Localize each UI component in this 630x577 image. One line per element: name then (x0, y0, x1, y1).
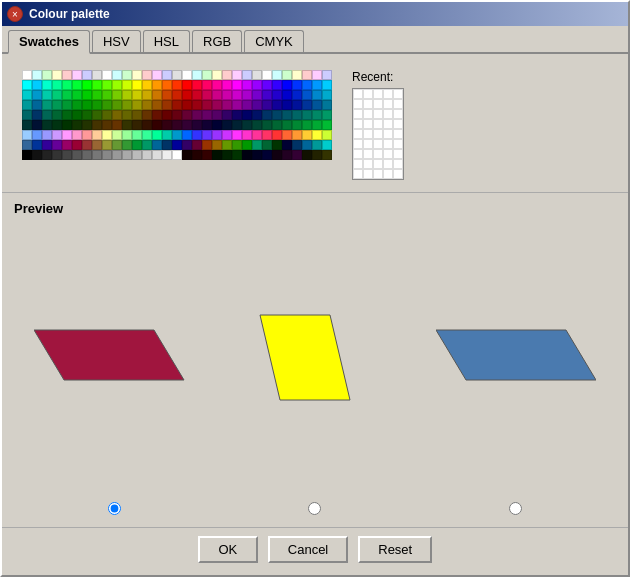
color-swatch[interactable] (242, 140, 252, 150)
recent-cell[interactable] (363, 139, 373, 149)
color-swatch[interactable] (292, 110, 302, 120)
color-swatch[interactable] (262, 70, 272, 80)
color-swatch[interactable] (52, 140, 62, 150)
recent-cell[interactable] (373, 159, 383, 169)
color-swatch[interactable] (62, 90, 72, 100)
color-swatch[interactable] (272, 70, 282, 80)
color-swatch[interactable] (202, 70, 212, 80)
color-swatch[interactable] (102, 90, 112, 100)
color-swatch[interactable] (232, 120, 242, 130)
color-swatch[interactable] (192, 130, 202, 140)
color-swatch[interactable] (32, 130, 42, 140)
color-swatch[interactable] (242, 130, 252, 140)
ok-button[interactable]: OK (198, 536, 258, 563)
color-swatch[interactable] (302, 110, 312, 120)
tab-rgb[interactable]: RGB (192, 30, 242, 52)
color-swatch[interactable] (192, 150, 202, 160)
color-swatch[interactable] (182, 130, 192, 140)
recent-cell[interactable] (383, 89, 393, 99)
color-swatch[interactable] (42, 110, 52, 120)
color-swatch[interactable] (132, 80, 142, 90)
color-swatch[interactable] (172, 140, 182, 150)
color-swatch[interactable] (282, 110, 292, 120)
recent-cell[interactable] (353, 149, 363, 159)
color-swatch[interactable] (72, 120, 82, 130)
color-swatch[interactable] (92, 110, 102, 120)
color-swatch[interactable] (262, 90, 272, 100)
color-swatch[interactable] (112, 70, 122, 80)
color-swatch[interactable] (152, 130, 162, 140)
color-swatch[interactable] (192, 80, 202, 90)
recent-cell[interactable] (373, 169, 383, 179)
color-swatch[interactable] (92, 70, 102, 80)
recent-cell[interactable] (353, 99, 363, 109)
color-swatch[interactable] (272, 90, 282, 100)
color-swatch[interactable] (162, 150, 172, 160)
color-swatch[interactable] (122, 100, 132, 110)
color-swatch[interactable] (312, 90, 322, 100)
color-swatch[interactable] (152, 70, 162, 80)
recent-cell[interactable] (383, 99, 393, 109)
color-swatch[interactable] (82, 140, 92, 150)
color-swatch[interactable] (212, 140, 222, 150)
recent-cell[interactable] (363, 169, 373, 179)
recent-cell[interactable] (353, 139, 363, 149)
color-swatch[interactable] (212, 80, 222, 90)
color-swatch[interactable] (62, 80, 72, 90)
color-swatch[interactable] (252, 90, 262, 100)
color-swatch[interactable] (122, 150, 132, 160)
color-swatch[interactable] (62, 130, 72, 140)
color-swatch[interactable] (112, 90, 122, 100)
color-swatch[interactable] (142, 110, 152, 120)
recent-cell[interactable] (393, 89, 403, 99)
recent-cell[interactable] (383, 129, 393, 139)
recent-cell[interactable] (353, 119, 363, 129)
color-swatch[interactable] (102, 80, 112, 90)
recent-cell[interactable] (393, 109, 403, 119)
color-swatch[interactable] (322, 80, 332, 90)
color-swatch[interactable] (132, 110, 142, 120)
color-swatch[interactable] (312, 80, 322, 90)
color-swatch[interactable] (72, 130, 82, 140)
color-swatch[interactable] (22, 80, 32, 90)
recent-cell[interactable] (383, 169, 393, 179)
color-swatch[interactable] (112, 120, 122, 130)
color-swatch[interactable] (312, 130, 322, 140)
recent-cell[interactable] (363, 109, 373, 119)
color-swatch[interactable] (182, 150, 192, 160)
color-swatch[interactable] (92, 80, 102, 90)
radio-1[interactable] (108, 502, 121, 515)
color-swatch[interactable] (122, 70, 132, 80)
color-swatch[interactable] (232, 110, 242, 120)
color-swatch[interactable] (232, 100, 242, 110)
recent-cell[interactable] (373, 99, 383, 109)
color-swatch[interactable] (212, 100, 222, 110)
color-swatch[interactable] (302, 70, 312, 80)
recent-cell[interactable] (383, 109, 393, 119)
color-swatch[interactable] (132, 70, 142, 80)
color-swatch[interactable] (252, 70, 262, 80)
color-swatch[interactable] (272, 100, 282, 110)
color-swatch[interactable] (312, 150, 322, 160)
color-swatch[interactable] (112, 100, 122, 110)
color-swatch[interactable] (72, 100, 82, 110)
color-swatch[interactable] (192, 100, 202, 110)
color-swatch[interactable] (102, 140, 112, 150)
recent-cell[interactable] (373, 149, 383, 159)
color-swatch[interactable] (252, 110, 262, 120)
color-swatch[interactable] (232, 70, 242, 80)
radio-option-3[interactable] (509, 502, 522, 515)
color-swatch[interactable] (92, 100, 102, 110)
color-swatch[interactable] (282, 130, 292, 140)
color-swatch[interactable] (292, 130, 302, 140)
color-swatch[interactable] (282, 150, 292, 160)
color-swatch[interactable] (122, 90, 132, 100)
color-swatch[interactable] (132, 120, 142, 130)
close-button[interactable]: × (7, 6, 23, 22)
color-swatch[interactable] (242, 120, 252, 130)
color-swatch[interactable] (242, 110, 252, 120)
color-swatch[interactable] (22, 110, 32, 120)
radio-option-1[interactable] (108, 502, 121, 515)
color-swatch[interactable] (172, 100, 182, 110)
color-swatch[interactable] (162, 90, 172, 100)
